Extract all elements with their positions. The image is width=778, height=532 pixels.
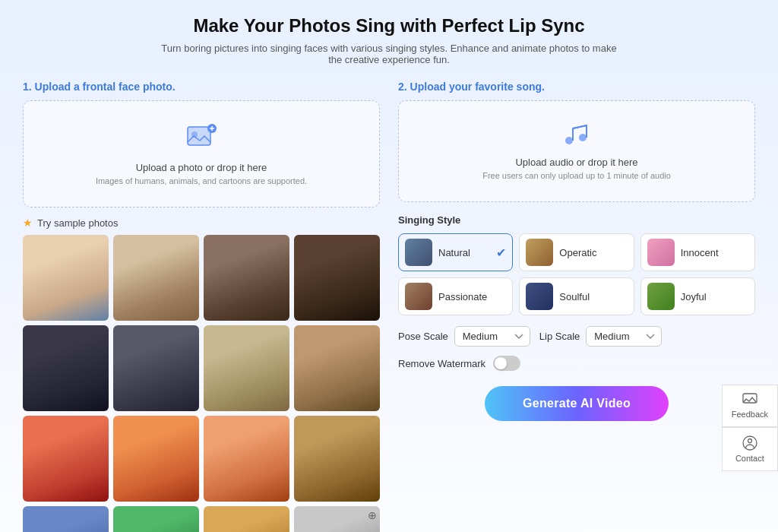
- contact-icon: [742, 435, 757, 451]
- right-section-number: 2.: [398, 81, 407, 93]
- list-item[interactable]: [113, 235, 199, 321]
- sidebar-actions: Feedback Contact: [722, 385, 778, 471]
- watermark-label: Remove Watermark: [398, 358, 485, 369]
- list-item[interactable]: [113, 325, 199, 411]
- right-section-text: Upload your favorite song.: [410, 81, 545, 93]
- generate-button[interactable]: Generate AI Video: [485, 386, 669, 421]
- watermark-row: Remove Watermark: [398, 356, 755, 371]
- left-panel: 1. Upload a frontal face photo. Upload a…: [23, 81, 380, 532]
- style-name-operatic: Operatic: [559, 247, 596, 258]
- list-item[interactable]: [113, 416, 199, 502]
- lip-scale-group: Lip Scale Low Medium High: [539, 326, 662, 347]
- feedback-icon: [742, 393, 757, 407]
- style-thumb-soulful: [526, 283, 553, 310]
- style-name-passionate: Passionate: [438, 291, 487, 302]
- style-name-natural: Natural: [438, 247, 470, 258]
- lip-scale-label: Lip Scale: [539, 331, 580, 342]
- svg-line-7: [573, 125, 587, 128]
- photo-upload-text: Upload a photo or drop it here: [136, 162, 267, 173]
- scale-controls: Pose Scale Low Medium High Lip Scale Low…: [398, 326, 755, 347]
- style-card-passionate[interactable]: Passionate: [398, 277, 513, 315]
- feedback-label: Feedback: [732, 410, 768, 419]
- list-item[interactable]: ⊕: [294, 506, 380, 532]
- list-item[interactable]: [204, 416, 289, 502]
- style-name-innocent: Innocent: [681, 247, 719, 258]
- pose-scale-label: Pose Scale: [398, 331, 448, 342]
- lip-scale-select[interactable]: Low Medium High: [586, 326, 662, 347]
- style-thumb-natural: [405, 239, 432, 266]
- feedback-button[interactable]: Feedback: [722, 385, 778, 427]
- style-name-joyful: Joyful: [681, 291, 707, 302]
- sample-label-text: Try sample photos: [37, 217, 118, 229]
- location-icon: ⊕: [368, 509, 377, 521]
- style-grid: Natural ✔ Operatic Innocent: [398, 233, 755, 315]
- sample-label: ★ Try sample photos: [23, 217, 380, 229]
- list-item[interactable]: [113, 506, 199, 532]
- svg-point-5: [565, 137, 573, 144]
- style-thumb-operatic: [526, 239, 553, 266]
- contact-label: Contact: [735, 454, 764, 463]
- style-thumb-innocent: [647, 239, 675, 266]
- audio-upload-icon: [563, 122, 590, 150]
- left-section-text: Upload a frontal face photo.: [35, 81, 176, 93]
- main-columns: 1. Upload a frontal face photo. Upload a…: [23, 81, 755, 532]
- style-thumb-joyful: [647, 283, 675, 310]
- svg-point-6: [579, 134, 587, 141]
- star-icon: ★: [23, 217, 33, 229]
- page-subtitle: Turn boring pictures into singing faces …: [153, 43, 625, 65]
- style-card-joyful[interactable]: Joyful: [640, 277, 755, 315]
- check-icon: ✔: [496, 245, 506, 260]
- contact-button[interactable]: Contact: [722, 427, 778, 471]
- list-item[interactable]: [23, 325, 109, 411]
- audio-upload-subtext: Free users can only upload up to 1 minut…: [482, 171, 671, 180]
- list-item[interactable]: [23, 235, 109, 321]
- style-card-natural[interactable]: Natural ✔: [398, 233, 513, 271]
- svg-point-10: [748, 439, 751, 443]
- left-section-title: 1. Upload a frontal face photo.: [23, 81, 380, 93]
- list-item[interactable]: [23, 416, 109, 502]
- list-item[interactable]: [204, 235, 289, 321]
- svg-rect-8: [743, 394, 757, 403]
- photo-upload-icon: [186, 122, 217, 156]
- toggle-knob: [495, 357, 507, 369]
- list-item[interactable]: [294, 235, 380, 321]
- pose-scale-group: Pose Scale Low Medium High: [398, 326, 530, 347]
- photo-upload-subtext: Images of humans, animals, and cartoons …: [96, 176, 307, 185]
- list-item[interactable]: [294, 416, 380, 502]
- list-item[interactable]: [294, 325, 380, 411]
- style-name-soulful: Soulful: [559, 291, 590, 302]
- photo-grid: ⊕: [23, 235, 380, 532]
- page-title: Make Your Photos Sing with Perfect Lip S…: [23, 15, 755, 36]
- style-card-innocent[interactable]: Innocent: [640, 233, 755, 271]
- right-section-title: 2. Upload your favorite song.: [398, 81, 755, 93]
- svg-rect-0: [188, 127, 210, 145]
- right-panel: 2. Upload your favorite song. Upload aud…: [398, 81, 755, 421]
- list-item[interactable]: [23, 506, 109, 532]
- photo-upload-box[interactable]: Upload a photo or drop it here Images of…: [23, 100, 380, 207]
- watermark-toggle[interactable]: [493, 356, 520, 371]
- list-item[interactable]: [204, 506, 289, 532]
- style-card-operatic[interactable]: Operatic: [519, 233, 634, 271]
- style-card-soulful[interactable]: Soulful: [519, 277, 634, 315]
- audio-upload-text: Upload audio or drop it here: [515, 157, 637, 168]
- header: Make Your Photos Sing with Perfect Lip S…: [23, 15, 755, 65]
- audio-upload-box[interactable]: Upload audio or drop it here Free users …: [398, 100, 755, 202]
- singing-style-label: Singing Style: [398, 214, 755, 226]
- style-thumb-passionate: [405, 283, 432, 310]
- list-item[interactable]: [204, 325, 289, 411]
- left-section-number: 1.: [23, 81, 32, 93]
- page-wrapper: Make Your Photos Sing with Perfect Lip S…: [0, 0, 778, 532]
- pose-scale-select[interactable]: Low Medium High: [454, 326, 530, 347]
